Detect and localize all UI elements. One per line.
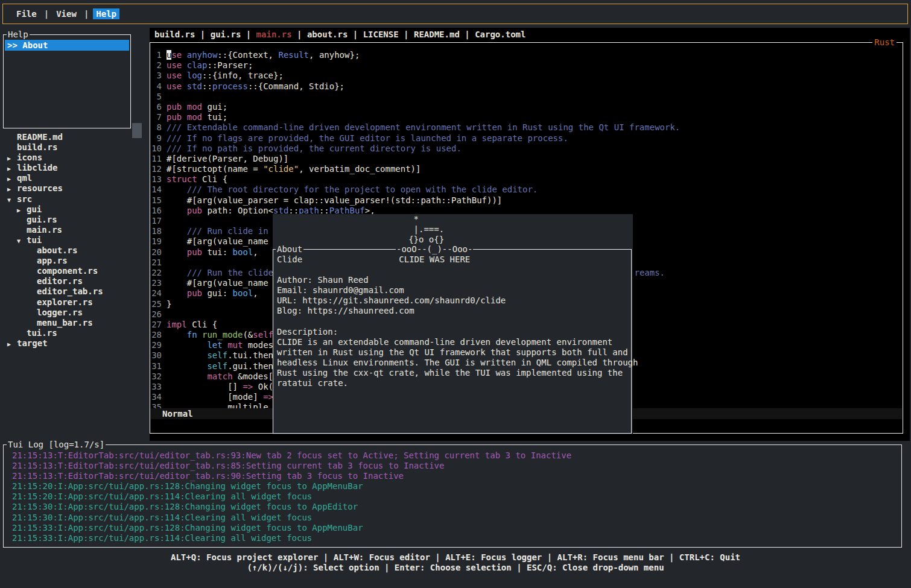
explorer-item-label: menu_bar.rs (37, 318, 93, 327)
line-number: 3 (151, 71, 162, 81)
line-number: 10 (151, 144, 162, 154)
explorer-item-tui-rs[interactable]: tui.rs (0, 328, 148, 338)
log-line: 21:15:13:T:EditorTab:src/tui/editor_tab.… (12, 461, 571, 471)
tab-separator: | (399, 30, 414, 39)
line-number: 5 (151, 92, 162, 102)
about-dialog-content: Clide CLIDE WAS HEREAuthor: Shaun ReedEm… (277, 254, 638, 388)
log-lines: 21:15:13:T:EditorTab:src/tui/editor_tab.… (12, 450, 571, 543)
line-number: 13 (151, 174, 162, 185)
explorer-item-gui-rs[interactable]: gui.rs (0, 215, 148, 225)
line-number: 1 (151, 50, 162, 60)
menu-item-view[interactable]: View (53, 8, 80, 19)
help-dropdown-menu[interactable]: Help >> About (3, 34, 131, 128)
about-ascii-art: * |.===. {}o o{} (276, 214, 444, 245)
line-number: 28 (151, 330, 162, 340)
tab-license[interactable]: LICENSE (363, 30, 399, 39)
code-line[interactable]: 4use std::process::{Command, Stdio}; (151, 81, 680, 92)
explorer-item-editor_tab-rs[interactable]: editor_tab.rs (0, 286, 148, 297)
log-line: 21:15:33:I:App:src/tui/app.rs:114:Cleari… (12, 533, 571, 543)
log-line: 21:15:33:I:App:src/tui/app.rs:128:Changi… (12, 523, 571, 533)
code-line[interactable]: 8/// Extendable command-line driven deve… (151, 122, 680, 133)
code-line[interactable]: 11#[derive(Parser, Debug)] (151, 154, 680, 164)
line-number: 30 (151, 350, 162, 361)
tab-cargo-toml[interactable]: Cargo.toml (475, 30, 525, 39)
explorer-item-src[interactable]: ▼src (0, 194, 148, 204)
menu-item-help[interactable]: Help (93, 8, 119, 19)
chevron-collapsed-icon: ▶ (7, 163, 17, 174)
code-line[interactable]: 14 /// The root directory for the projec… (151, 185, 680, 195)
code-line[interactable]: 3use log::{info, trace}; (151, 71, 680, 81)
explorer-item-menu_bar-rs[interactable]: menu_bar.rs (0, 318, 148, 328)
editor-tab-bar[interactable]: build.rs | gui.rs | main.rs | about.rs |… (150, 28, 910, 41)
line-number: 34 (151, 392, 162, 402)
code-line[interactable]: 12#[structopt(name = "clide", verbatim_d… (151, 164, 680, 174)
explorer-item-icons[interactable]: ▶icons (0, 153, 148, 163)
explorer-item-tui[interactable]: ▼tui (0, 235, 148, 245)
about-text-line: ratatui crate. (277, 378, 638, 388)
line-number: 27 (151, 320, 162, 330)
tab-gui-rs[interactable]: gui.rs (211, 30, 241, 39)
log-line: 21:15:30:I:App:src/tui/app.rs:114:Cleari… (12, 513, 571, 523)
explorer-item-target[interactable]: ▶target (0, 338, 148, 349)
tab-separator: | (460, 30, 475, 39)
menu-item-file[interactable]: File (13, 8, 40, 19)
tab-main-rs[interactable]: main.rs (256, 30, 292, 39)
code-line[interactable]: 5 (151, 92, 680, 102)
dropdown-item-about[interactable]: >> About (5, 40, 129, 51)
tab-about-rs[interactable]: about.rs (307, 30, 348, 39)
code-line[interactable]: 6pub mod gui; (151, 102, 680, 112)
line-number: 33 (151, 382, 162, 392)
project-explorer[interactable]: README.mdbuild.rs▶icons▶libclide▶qml▶res… (0, 132, 148, 349)
explorer-item-logger-rs[interactable]: logger.rs (0, 308, 148, 318)
ascii-art-line: |.===. (276, 224, 444, 235)
line-number: 19 (151, 236, 162, 247)
explorer-item-main-rs[interactable]: main.rs (0, 225, 148, 235)
explorer-item-gui[interactable]: ▶gui (0, 204, 148, 215)
explorer-item-build-rs[interactable]: build.rs (0, 142, 148, 153)
explorer-item-label: qml (17, 173, 32, 183)
code-line[interactable]: 10/// If no path is provided, the curren… (151, 144, 680, 154)
explorer-item-editor-rs[interactable]: editor.rs (0, 276, 148, 286)
about-text-line: CLIDE is an extendable command-line driv… (277, 337, 638, 347)
tab-separator: | (292, 30, 307, 39)
about-text-line: Author: Shaun Reed (277, 275, 638, 285)
log-line: 21:15:13:T:EditorTab:src/tui/editor_tab.… (12, 471, 571, 481)
tui-log-panel[interactable]: Tui Log [log=1.7/s] 21:15:13:T:EditorTab… (3, 444, 902, 548)
explorer-item-libclide[interactable]: ▶libclide (0, 163, 148, 173)
explorer-item-label: gui (27, 204, 42, 214)
explorer-item-explorer-rs[interactable]: explorer.rs (0, 297, 148, 308)
line-number: 4 (151, 81, 162, 92)
about-dialog-title: About (276, 244, 303, 254)
tab-readme-md[interactable]: README.md (414, 30, 460, 39)
tab-build-rs[interactable]: build.rs (154, 30, 195, 39)
menu-separator: | (84, 9, 89, 19)
explorer-item-label: about.rs (37, 245, 77, 255)
explorer-item-label: resources (17, 183, 63, 193)
chevron-collapsed-icon: ▶ (7, 184, 17, 194)
tab-separator: | (195, 30, 210, 39)
explorer-item-component-rs[interactable]: component.rs (0, 266, 148, 276)
explorer-item-qml[interactable]: ▶qml (0, 173, 148, 183)
explorer-item-readme-md[interactable]: README.md (0, 132, 148, 142)
about-text-line: headless Linux environments. The GUI is … (277, 358, 638, 368)
explorer-item-label: target (17, 338, 48, 348)
code-line[interactable]: 13struct Cli { (151, 174, 680, 185)
menu-bar[interactable]: File|View|Help (2, 4, 908, 24)
line-number: 31 (151, 361, 162, 371)
explorer-item-app-rs[interactable]: app.rs (0, 256, 148, 266)
code-line[interactable]: 9/// If no flags are provided, the GUI e… (151, 133, 680, 144)
line-number: 9 (151, 133, 162, 144)
code-line[interactable]: 15 #[arg(value_parser = clap::value_pars… (151, 195, 680, 206)
log-line: 21:15:20:I:App:src/tui/app.rs:128:Changi… (12, 481, 571, 492)
line-number: 21 (151, 258, 162, 268)
log-line: 21:15:13:T:EditorTab:src/tui/editor_tab.… (12, 450, 571, 461)
line-number: 26 (151, 309, 162, 320)
code-line[interactable]: 1use anyhow::{Context, Result, anyhow}; (151, 50, 680, 60)
line-number: 18 (151, 226, 162, 236)
explorer-item-resources[interactable]: ▶resources (0, 183, 148, 194)
code-line[interactable]: 7pub mod tui; (151, 112, 680, 122)
explorer-item-label: libclide (17, 163, 57, 172)
code-line[interactable]: 2use clap::Parser; (151, 60, 680, 71)
explorer-item-about-rs[interactable]: about.rs (0, 245, 148, 256)
about-ascii-art-border: -ooO--(_)--Ooo- (396, 244, 473, 254)
